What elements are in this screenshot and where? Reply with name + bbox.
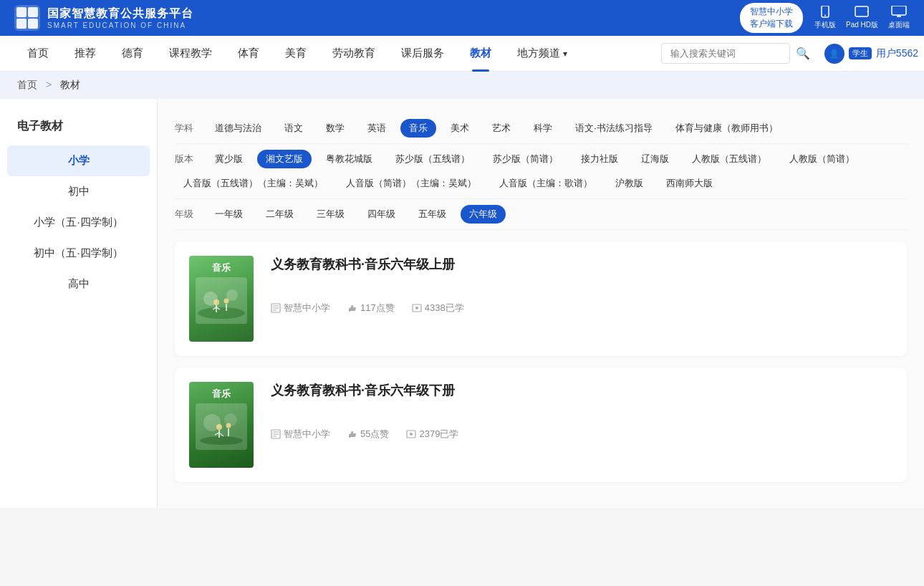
- views-text: 4338已学: [425, 302, 464, 314]
- nav-item-labor[interactable]: 劳动教育: [319, 36, 388, 72]
- sidebar-item-middle[interactable]: 初中: [0, 176, 157, 207]
- svg-point-15: [213, 299, 219, 305]
- subject-tag-science[interactable]: 科学: [525, 119, 561, 138]
- thumb-icon: [347, 303, 357, 313]
- subject-tag-math[interactable]: 数学: [317, 119, 353, 138]
- edition-tag-yuehuacheng[interactable]: 粤教花城版: [317, 150, 381, 168]
- book-cover[interactable]: 音乐: [189, 382, 254, 468]
- site-sub-title: SMART EDUCATION OF CHINA: [47, 21, 193, 29]
- subject-tag-moral[interactable]: 道德与法治: [206, 119, 270, 138]
- sidebar-item-middle-54[interactable]: 初中（五·四学制）: [0, 238, 157, 269]
- edition-tag-renyin5-jian[interactable]: 人音版（简谱）（主编：吴斌）: [337, 174, 485, 193]
- download-button[interactable]: 智慧中小学 客户端下载: [740, 3, 803, 33]
- search-icon[interactable]: 🔍: [796, 47, 810, 60]
- edition-tag-renjiao5[interactable]: 人教版（五线谱）: [683, 150, 775, 168]
- sidebar-item-primary-54[interactable]: 小学（五·四学制）: [0, 207, 157, 238]
- svg-point-8: [867, 11, 869, 12]
- edition-tag-liaohai[interactable]: 辽海版: [632, 150, 678, 168]
- book-cover[interactable]: 音乐: [189, 256, 254, 342]
- edition-filter-row: 版本 冀少版 湘文艺版 粤教花城版 苏少版（五线谱） 苏少版（简谱） 接力社版 …: [175, 144, 907, 199]
- desktop-icon[interactable]: 桌面端: [888, 6, 910, 30]
- book-title[interactable]: 义务教育教科书·音乐六年级上册: [271, 256, 892, 273]
- book-item: 音乐: [175, 241, 907, 356]
- user-tag: 学生: [849, 47, 872, 59]
- pad-icon[interactable]: Pad HD版: [846, 6, 878, 30]
- sidebar-item-high[interactable]: 高中: [0, 269, 157, 299]
- nav-item-course[interactable]: 课程教学: [156, 36, 225, 72]
- chevron-down-icon: ▾: [563, 49, 567, 59]
- edition-tag-xbs[interactable]: 西南师大版: [658, 174, 721, 193]
- edition-label: 版本: [175, 153, 201, 165]
- edition-tag-xiangwen[interactable]: 湘文艺版: [257, 150, 312, 168]
- svg-point-30: [216, 424, 222, 430]
- edition-tag-sushao5[interactable]: 苏少版（五线谱）: [387, 150, 478, 168]
- top-bar-left: 国家智慧教育公共服务平台 SMART EDUCATION OF CHINA: [14, 5, 193, 31]
- sidebar-item-primary[interactable]: 小学: [7, 145, 150, 176]
- book-likes: 55点赞: [347, 428, 389, 441]
- subject-tag-chinese[interactable]: 语文: [276, 119, 312, 138]
- grade-tag-4[interactable]: 四年级: [359, 205, 404, 224]
- book-cover-image: 音乐: [189, 382, 254, 468]
- cover-art: [196, 403, 247, 450]
- main-layout: 电子教材 小学 初中 小学（五·四学制） 初中（五·四学制） 高中 学科 道德与…: [0, 99, 924, 508]
- book-info: 义务教育教科书·音乐六年级下册 智慧中小学 55点赞 2379已学: [271, 382, 892, 441]
- nav-item-sports[interactable]: 体育: [225, 36, 272, 72]
- user-area[interactable]: 👤 学生 用户5562: [824, 44, 924, 64]
- grade-tag-5[interactable]: 五年级: [410, 205, 455, 224]
- source-text: 智慧中小学: [284, 302, 330, 314]
- view-icon: [406, 429, 416, 439]
- svg-point-26: [415, 307, 418, 309]
- edition-tag-renyin5-wu[interactable]: 人音版（五线谱）（主编：吴斌）: [175, 174, 332, 193]
- svg-rect-2: [28, 7, 38, 17]
- edition-tag-sushao-jian[interactable]: 苏少版（简谱）: [484, 150, 567, 168]
- nav-item-home[interactable]: 首页: [14, 36, 62, 72]
- subject-tag-fineart[interactable]: 美术: [442, 119, 478, 138]
- svg-rect-9: [892, 6, 906, 15]
- nav-item-moral[interactable]: 德育: [109, 36, 156, 72]
- nav-item-art[interactable]: 美育: [272, 36, 319, 72]
- nav-item-textbook[interactable]: 教材: [457, 36, 504, 72]
- source-text: 智慧中小学: [284, 428, 330, 441]
- user-name: 用户5562: [876, 47, 918, 60]
- nav-item-recommend[interactable]: 推荐: [62, 36, 109, 72]
- grade-filter-row: 年级 一年级 二年级 三年级 四年级 五年级 六年级: [175, 199, 907, 230]
- svg-point-34: [226, 423, 231, 428]
- svg-rect-1: [16, 7, 27, 17]
- edition-tag-jishao[interactable]: 冀少版: [206, 150, 251, 168]
- book-item: 音乐: [175, 368, 907, 482]
- grade-tag-1[interactable]: 一年级: [206, 205, 251, 224]
- grade-tag-6[interactable]: 六年级: [461, 205, 506, 224]
- edition-tag-renyin-ge[interactable]: 人音版（主编：歌谱）: [491, 174, 601, 193]
- book-info: 义务教育教科书·音乐六年级上册 智慧中小学 117点赞 4338已学: [271, 256, 892, 314]
- svg-point-41: [410, 433, 413, 436]
- cover-art: [196, 277, 247, 324]
- search-input[interactable]: [661, 43, 790, 64]
- nav-item-afterschool[interactable]: 课后服务: [388, 36, 457, 72]
- likes-text: 117点赞: [360, 302, 395, 314]
- edition-tag-hu[interactable]: 沪教版: [607, 174, 652, 193]
- book-views: 4338已学: [412, 302, 464, 314]
- book-source: 智慧中小学: [271, 302, 330, 314]
- grade-label: 年级: [175, 208, 201, 221]
- grade-tag-3[interactable]: 三年级: [308, 205, 353, 224]
- subject-tag-pe[interactable]: 体育与健康（教师用书）: [667, 119, 786, 138]
- subject-tag-music[interactable]: 音乐: [400, 119, 436, 138]
- subject-tag-english[interactable]: 英语: [359, 119, 395, 138]
- edition-tag-jieli[interactable]: 接力社版: [572, 150, 627, 168]
- subject-tag-art[interactable]: 艺术: [483, 119, 519, 138]
- thumb-icon: [347, 429, 357, 439]
- top-bar-right: 智慧中小学 客户端下载 手机版 Pad HD版: [740, 3, 910, 33]
- content-area: 学科 道德与法治 语文 数学 英语 音乐 美术 艺术 科学 语文·书法练习指导 …: [158, 99, 924, 508]
- subject-tag-calligraphy[interactable]: 语文·书法练习指导: [567, 119, 661, 138]
- book-icon: [271, 303, 281, 313]
- grade-tag-2[interactable]: 二年级: [257, 205, 302, 224]
- book-source: 智慧中小学: [271, 428, 330, 441]
- breadcrumb-home[interactable]: 首页: [17, 79, 37, 90]
- nav-item-local[interactable]: 地方频道 ▾: [504, 36, 580, 72]
- svg-point-19: [224, 299, 229, 304]
- mobile-icon[interactable]: 手机版: [814, 6, 836, 30]
- breadcrumb-sep: >: [46, 79, 52, 90]
- edition-tag-renjiao-jian[interactable]: 人教版（简谱）: [781, 150, 863, 168]
- book-title[interactable]: 义务教育教科书·音乐六年级下册: [271, 382, 892, 399]
- book-likes: 117点赞: [347, 302, 395, 314]
